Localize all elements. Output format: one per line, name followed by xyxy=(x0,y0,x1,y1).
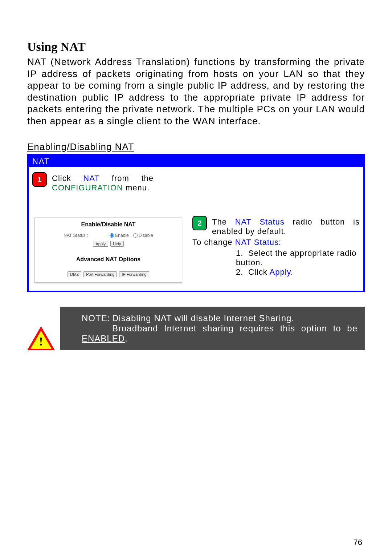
note-label: NOTE: xyxy=(82,313,112,323)
step1-text: Click NAT from the CONFIGURATION menu. xyxy=(52,174,154,193)
sub-heading: Enabling/Disabling NAT xyxy=(27,141,365,153)
radio-disable-label: Disable xyxy=(139,233,153,238)
dmz-button[interactable]: DMZ xyxy=(68,271,81,277)
tochange-post: : xyxy=(279,238,281,247)
intro-paragraph: NAT (Network Address Translation) functi… xyxy=(27,56,365,127)
item2-post: . xyxy=(291,267,293,277)
note-line2-pre: Broadband Internet sharing requires this… xyxy=(112,323,358,333)
help-button[interactable]: Help xyxy=(110,241,124,247)
step1-mid: from the xyxy=(99,174,154,183)
radio-disable[interactable]: Disable xyxy=(133,233,153,238)
radio-disable-input[interactable] xyxy=(133,233,138,238)
nat-status-label: NAT Status : xyxy=(64,233,88,238)
item1-num: 1. xyxy=(236,249,248,258)
step2-line1-pre: The xyxy=(212,217,235,226)
note-line1: Disabling NAT will disable Internet Shar… xyxy=(112,313,294,323)
step1-link: NAT xyxy=(83,174,99,183)
step2-line1: The NAT Status radio button is enabled b… xyxy=(212,217,360,236)
note-block: ! NOTE:Disabling NAT will disable Intern… xyxy=(27,307,365,350)
step1-menu: CONFIGURATION xyxy=(52,183,123,192)
item2-pre: Click xyxy=(248,267,270,277)
item1-text: Select the appropriate radio button. xyxy=(236,249,356,267)
radio-enable[interactable]: Enable xyxy=(110,233,128,238)
step1-post: menu. xyxy=(123,183,150,192)
page-heading: Using NAT xyxy=(27,40,365,54)
nat-config-panel: Enable/Disable NAT NAT Status : Enable D… xyxy=(34,217,182,283)
apply-button[interactable]: Apply xyxy=(93,241,108,247)
step1-pre: Click xyxy=(52,174,83,183)
list-item-2: 2.Click Apply. xyxy=(236,267,360,277)
note-line2-post: . xyxy=(125,334,128,343)
step2-line1-link: NAT Status xyxy=(235,217,285,226)
step-badge-2: 2 xyxy=(192,216,207,230)
page-number: 76 xyxy=(354,538,362,547)
panel-heading-advanced: Advanced NAT Options xyxy=(35,254,182,271)
item2-num: 2. xyxy=(236,267,248,277)
tochange-link: NAT Status xyxy=(235,238,279,247)
step2-tochange: To change NAT Status: xyxy=(192,238,360,247)
radio-enable-label: Enable xyxy=(115,233,128,238)
port-forwarding-button[interactable]: Port Forwarding xyxy=(83,271,117,277)
radio-enable-input[interactable] xyxy=(110,233,114,238)
panel-heading-enable: Enable/Disable NAT xyxy=(35,218,182,233)
step-badge-1: 1 xyxy=(32,172,47,187)
item2-link: Apply xyxy=(270,267,291,277)
list-item-1: 1.Select the appropriate radio button. xyxy=(236,249,360,267)
nat-figure: NAT 1 Click NAT from the CONFIGURATION m… xyxy=(27,154,365,292)
figure-title: NAT xyxy=(29,156,363,167)
step2-list: 1.Select the appropriate radio button. 2… xyxy=(192,249,360,277)
warning-icon: ! xyxy=(27,314,60,350)
note-box: NOTE:Disabling NAT will disable Internet… xyxy=(60,307,365,350)
tochange-pre: To change xyxy=(192,238,235,247)
ip-forwarding-button[interactable]: IP Forwarding xyxy=(119,271,149,277)
note-line2-em: ENABLED xyxy=(82,334,125,343)
